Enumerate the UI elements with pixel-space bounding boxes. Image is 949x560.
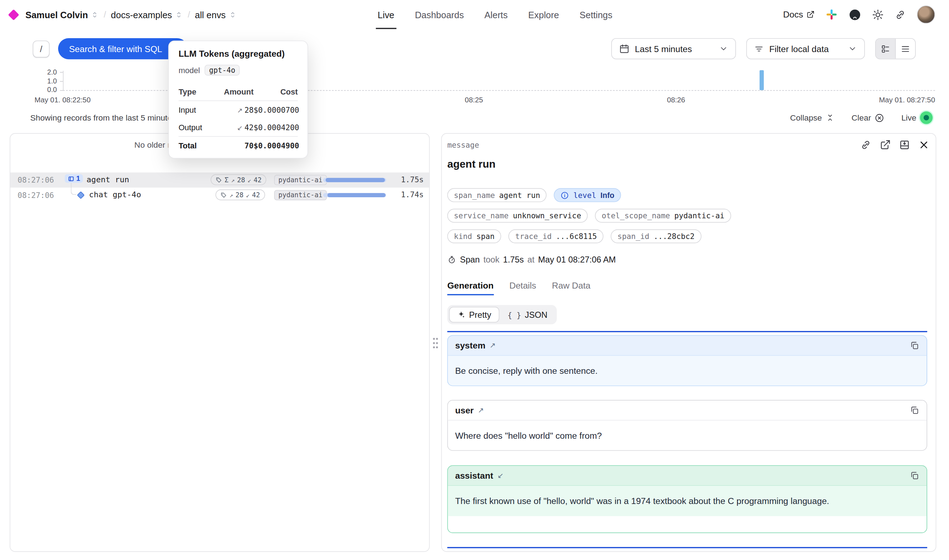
chevron-down-icon <box>848 44 857 53</box>
attr-key: level <box>573 191 596 199</box>
input-tokens: 28 <box>237 176 245 184</box>
filter-icon <box>754 44 764 54</box>
y-tick-2: 2.0 <box>35 68 57 75</box>
col-cost: Cost <box>254 87 298 96</box>
token-cost: $0.0004200 <box>254 123 299 132</box>
record-kind-label: message <box>448 140 479 149</box>
panel-resize-handle[interactable] <box>432 336 440 349</box>
scope-tag[interactable]: pydantic-ai <box>274 175 326 185</box>
attr-value: ...6c8115 <box>556 232 597 241</box>
compact-list-view-button[interactable] <box>896 39 915 59</box>
attr-pill-service-name[interactable]: service_name unknown_service <box>448 209 588 223</box>
tab-raw-data[interactable]: Raw Data <box>552 278 591 294</box>
json-toggle-button[interactable]: { } JSON <box>500 307 555 322</box>
theme-sun-icon[interactable] <box>872 9 884 20</box>
nav-tab-dashboards[interactable]: Dashboards <box>415 0 464 29</box>
open-in-new-icon[interactable] <box>880 139 891 151</box>
project-selector[interactable]: docs-examples <box>111 9 183 20</box>
org-selector[interactable]: Samuel Colvin <box>25 9 99 20</box>
user-avatar[interactable] <box>917 5 935 23</box>
direction-arrow-icon: ↙ <box>497 472 503 480</box>
slack-icon[interactable] <box>826 9 838 21</box>
timing-timestamp: May 01 08:27:06 AM <box>538 255 616 264</box>
content-top-rule <box>448 331 927 332</box>
env-name: all envs <box>195 9 226 20</box>
input-tokens: 28 <box>235 191 243 198</box>
tab-details[interactable]: Details <box>509 278 536 294</box>
output-arrow-icon: ↙ <box>248 177 251 183</box>
timing-took: took <box>483 255 500 264</box>
span-name: agent run <box>87 175 129 184</box>
span-detail-panel: message agent run span_name agent run le… <box>441 133 937 552</box>
records-range-note: Showing records from the last 5 minutes <box>30 113 176 122</box>
span-name: chat gpt-4o <box>89 190 141 199</box>
info-icon <box>561 191 569 199</box>
timing-label: Span <box>460 255 480 264</box>
nav-tab-live[interactable]: Live <box>378 0 395 29</box>
copy-link-icon[interactable] <box>860 139 872 151</box>
env-selector[interactable]: all envs <box>195 9 237 20</box>
attr-pill-span-id[interactable]: span_id ...28cbc2 <box>611 229 701 243</box>
clear-button[interactable]: Clear <box>852 113 884 122</box>
tab-generation[interactable]: Generation <box>448 278 494 294</box>
y-tick-mark <box>60 72 63 73</box>
attr-key: kind <box>454 232 472 241</box>
chevron-updown-icon <box>229 11 237 18</box>
attr-value: Info <box>600 191 614 199</box>
duration-bar-fill <box>328 193 386 197</box>
live-label: Live <box>901 113 916 122</box>
attr-pill-span-name[interactable]: span_name agent run <box>448 188 547 202</box>
records-histogram-bar[interactable] <box>760 70 764 90</box>
detail-list-view-button[interactable] <box>876 39 895 59</box>
tag-icon <box>215 177 222 183</box>
sigma-symbol: Σ <box>225 176 228 184</box>
collapse-button[interactable]: Collapse <box>790 113 835 122</box>
copy-icon[interactable] <box>910 406 920 415</box>
live-toggle[interactable]: Live <box>901 111 933 124</box>
live-indicator-icon <box>920 111 933 124</box>
docs-link[interactable]: Docs <box>783 10 815 19</box>
attr-pill-otel-scope[interactable]: otel_scope_name pydantic-ai <box>595 209 731 223</box>
copy-icon[interactable] <box>910 341 920 350</box>
token-table-header: Type Amount Cost <box>178 83 298 101</box>
attr-pill-kind[interactable]: kind span <box>448 229 501 243</box>
attr-pill-trace-id[interactable]: trace_id ...6c8115 <box>508 229 603 243</box>
input-arrow-icon: ↗ <box>231 177 234 183</box>
github-icon[interactable] <box>848 8 861 21</box>
filter-local-data-dropdown[interactable]: Filter local data <box>746 38 865 59</box>
dock-panel-icon[interactable] <box>899 139 910 151</box>
close-icon[interactable] <box>918 139 929 151</box>
logfire-logo-icon <box>8 9 19 20</box>
attr-pill-level[interactable]: level Info <box>554 188 621 202</box>
share-link-icon[interactable] <box>894 9 906 20</box>
copy-icon[interactable] <box>910 471 920 480</box>
nav-tab-settings[interactable]: Settings <box>580 0 612 29</box>
attr-value: pydantic-ai <box>674 211 724 220</box>
view-mode-toggle <box>875 38 916 59</box>
message-text: Be concise, reply with one sentence. <box>448 356 926 386</box>
stopwatch-icon <box>448 255 456 264</box>
scope-tag[interactable]: pydantic-ai <box>274 190 326 200</box>
duration-bar-track <box>323 178 386 182</box>
spans-count-badge[interactable]: 1 <box>65 174 83 183</box>
message-text: The first known use of "hello, world" wa… <box>448 486 926 516</box>
attr-key: span_name <box>454 191 495 199</box>
nav-tab-explore[interactable]: Explore <box>528 0 559 29</box>
input-arrow-icon: ↗ <box>229 192 233 198</box>
token-usage-pill[interactable]: ↗28 ↙42 <box>215 189 265 200</box>
token-cost: $0.0000700 <box>254 105 299 114</box>
trace-row-chat[interactable]: 08:27:06 chat gpt-4o ↗28 ↙42 pydantic-ai… <box>10 188 429 203</box>
attr-key: trace_id <box>515 232 552 241</box>
nav-tab-alerts[interactable]: Alerts <box>484 0 508 29</box>
timing-duration: 1.75s <box>503 255 524 264</box>
token-usage-pill[interactable]: Σ ↗28 ↙42 <box>211 174 266 186</box>
x-tick-start: May 01. 08:22:50 <box>35 95 91 104</box>
project-name: docs-examples <box>111 9 172 20</box>
output-arrow-icon: ↙ <box>237 124 243 131</box>
status-actions: Collapse Clear Live <box>790 111 933 124</box>
model-value-chip: gpt-4o <box>205 65 239 76</box>
slash-shortcut-key[interactable]: / <box>33 41 50 58</box>
external-link-icon <box>806 10 815 19</box>
time-range-dropdown[interactable]: Last 5 minutes <box>611 38 736 59</box>
pretty-toggle-button[interactable]: Pretty <box>449 307 499 322</box>
